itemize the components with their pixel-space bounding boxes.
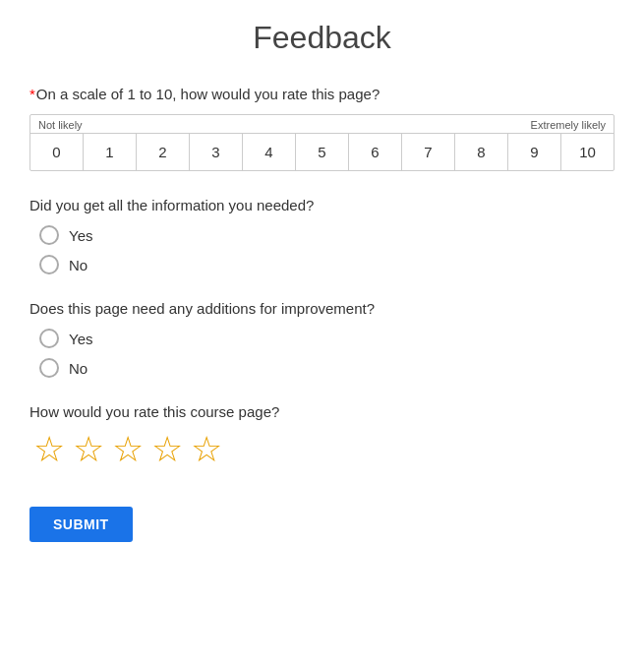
question1-yes-label: Yes xyxy=(69,227,92,244)
scale-section: *On a scale of 1 to 10, how would you ra… xyxy=(29,84,615,171)
scale-high-label: Extremely likely xyxy=(531,119,606,131)
submit-section: SUBMIT xyxy=(29,491,615,542)
question3-label: How would you rate this course page? xyxy=(29,401,615,422)
question2-no-item[interactable]: No xyxy=(39,358,615,378)
scale-cell-3[interactable]: 3 xyxy=(190,134,243,170)
question1-no-item[interactable]: No xyxy=(39,255,615,274)
question2-yes-item[interactable]: Yes xyxy=(39,329,615,348)
question3-section: How would you rate this course page? ☆ ☆… xyxy=(29,401,615,467)
scale-cell-6[interactable]: 6 xyxy=(349,134,402,170)
star-5[interactable]: ☆ xyxy=(191,432,222,467)
question1-section: Did you get all the information you need… xyxy=(29,195,615,274)
question2-yes-label: Yes xyxy=(69,331,92,347)
scale-cell-9[interactable]: 9 xyxy=(508,134,561,170)
question2-no-label: No xyxy=(69,360,88,377)
scale-labels: Not likely Extremely likely xyxy=(30,115,614,133)
scale-cell-0[interactable]: 0 xyxy=(30,134,84,170)
question2-no-radio[interactable] xyxy=(39,358,59,378)
scale-cell-7[interactable]: 7 xyxy=(402,134,455,170)
question1-no-label: No xyxy=(69,257,88,273)
question2-radio-group: Yes No xyxy=(29,329,615,378)
star-container: ☆ ☆ ☆ ☆ ☆ xyxy=(29,432,615,467)
question1-yes-radio[interactable] xyxy=(39,225,59,245)
scale-cell-4[interactable]: 4 xyxy=(243,134,296,170)
required-indicator: * xyxy=(29,86,35,102)
scale-question-label: *On a scale of 1 to 10, how would you ra… xyxy=(29,84,615,104)
page-title: Feedback xyxy=(29,20,615,56)
scale-low-label: Not likely xyxy=(38,119,83,131)
scale-container: Not likely Extremely likely 012345678910 xyxy=(29,114,615,171)
question1-no-radio[interactable] xyxy=(39,255,59,274)
scale-cell-2[interactable]: 2 xyxy=(137,134,190,170)
question2-section: Does this page need any additions for im… xyxy=(29,298,615,378)
star-1[interactable]: ☆ xyxy=(33,432,65,467)
scale-cells: 012345678910 xyxy=(30,133,614,170)
star-3[interactable]: ☆ xyxy=(112,432,144,467)
star-4[interactable]: ☆ xyxy=(151,432,183,467)
scale-cell-5[interactable]: 5 xyxy=(296,134,349,170)
question1-label: Did you get all the information you need… xyxy=(29,195,615,215)
question2-yes-radio[interactable] xyxy=(39,329,59,348)
scale-cell-8[interactable]: 8 xyxy=(455,134,508,170)
scale-cell-1[interactable]: 1 xyxy=(84,134,137,170)
star-2[interactable]: ☆ xyxy=(73,432,104,467)
question2-label: Does this page need any additions for im… xyxy=(29,298,615,319)
submit-button[interactable]: SUBMIT xyxy=(29,507,133,542)
question1-radio-group: Yes No xyxy=(29,225,615,274)
question1-yes-item[interactable]: Yes xyxy=(39,225,615,245)
scale-cell-10[interactable]: 10 xyxy=(561,134,614,170)
